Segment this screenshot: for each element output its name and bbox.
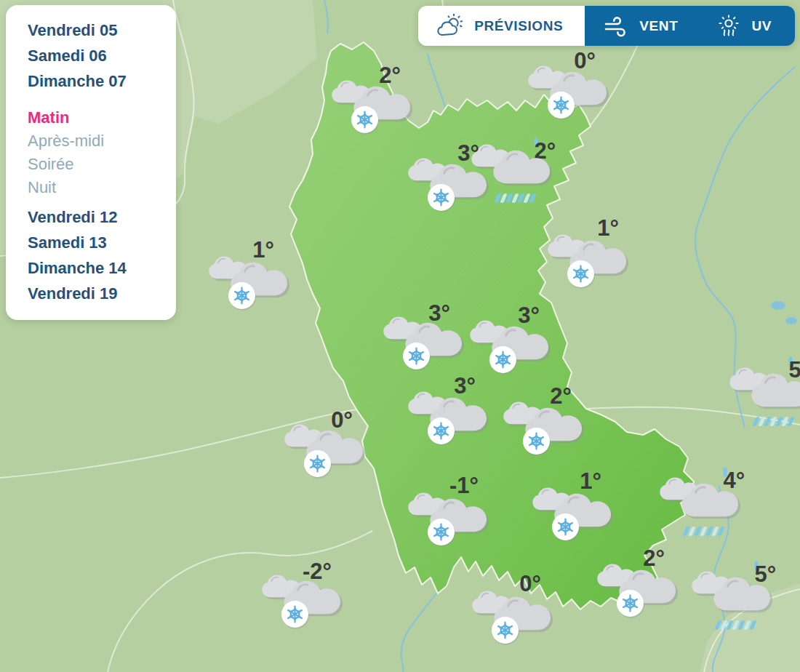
weather-icon [528,481,615,550]
wind-icon [604,15,630,37]
large-cloud-icon [492,596,553,635]
snowflake-icon [567,260,594,287]
weather-app: 2° 2° [0,0,800,672]
weather-icon [404,385,491,454]
large-cloud-icon [428,396,489,436]
sleet-icon [716,620,755,630]
snowflake-icon [552,513,579,540]
snowflake-icon [304,450,331,477]
large-cloud-icon [281,580,343,619]
small-cloud-icon [502,401,543,428]
snowflake-icon [548,92,575,119]
snowflake-icon [492,617,519,644]
temperature-label: 1° [252,237,274,263]
weather-icon [499,395,586,464]
temperature-label: 2° [643,545,665,572]
small-cloud-icon [728,367,769,393]
large-cloud-icon [552,492,613,532]
small-cloud-icon [260,574,302,601]
small-cloud-icon [468,319,510,346]
temperature-label: 4° [724,468,727,477]
weather-icon [204,249,292,319]
sidebar-item-vendredi-12[interactable]: Vendredi 12 [28,208,176,227]
sleet-icon [754,417,793,426]
snowflake-icon [228,282,255,309]
large-cloud-icon [491,149,552,188]
tab-vent[interactable]: VENT [585,6,697,46]
weather-icon [257,568,345,637]
sidebar-item-vendredi-19[interactable]: Vendredi 19 [28,284,176,303]
small-cloud-icon [407,492,448,519]
sidebar-item-samedi-06[interactable]: Samedi 06 [28,47,176,65]
forecast-mode-tabs: PRÉVISIONS VENT UV [418,6,795,46]
temperature-label: 3° [454,373,476,399]
temperature-label: 0° [574,48,596,74]
large-cloud-icon [711,576,772,615]
temperature-label: 2° [535,138,538,148]
weather-icon [327,73,415,143]
sidebar-item-samedi-13[interactable]: Samedi 13 [28,233,176,252]
forecast-day-selector: Vendredi 05 Samedi 06 Dimanche 07 Matin … [6,5,176,320]
tab-previsions-label: PRÉVISIONS [474,18,563,34]
sidebar-item-soiree[interactable]: Soirée [28,155,176,174]
snowflake-icon [351,106,378,133]
temperature-label: 5° [755,561,759,571]
sidebar-item-matin[interactable]: Matin [28,108,176,127]
sleet-icon [496,193,535,203]
sidebar-item-dimanche-14[interactable]: Dimanche 14 [28,259,176,278]
temperature-label: -1° [449,473,479,499]
temperature-label: 2° [550,383,572,409]
small-cloud-icon [596,563,637,590]
weather-icon [404,486,491,555]
small-cloud-icon [471,590,512,617]
snowflake-icon [523,428,550,455]
large-cloud-icon [304,429,365,468]
small-cloud-icon [690,570,732,597]
small-cloud-icon [546,233,588,260]
weather-icon [687,564,775,633]
temperature-label: 1° [580,468,601,495]
temperature-label: 3° [457,140,479,167]
weather-icon [468,584,555,653]
temperature-label: 0° [331,407,353,433]
sidebar-item-dimanche-07[interactable]: Dimanche 07 [28,72,176,91]
weather-icon [655,471,743,540]
large-cloud-icon [548,71,609,110]
weather-icon [280,417,367,487]
large-cloud-icon [351,85,412,124]
weather-icon [593,557,680,626]
small-cloud-icon [407,157,448,184]
tab-previsions[interactable]: PRÉVISIONS [418,6,585,46]
tab-uv-label: UV [751,18,772,34]
sleet-icon [684,527,723,536]
snowflake-icon [428,417,455,444]
weather-icon [725,361,800,430]
snowflake-icon [281,601,308,628]
large-cloud-icon [567,239,628,279]
sidebar-item-vendredi-05[interactable]: Vendredi 05 [28,21,176,40]
tab-vent-label: VENT [639,18,678,34]
temperature-label: 2° [379,63,401,89]
large-cloud-icon [228,261,289,300]
weather-icon [404,151,491,220]
weather-icon [524,59,611,128]
temperature-label: 3° [428,300,450,327]
large-cloud-icon [617,569,678,608]
small-cloud-icon [382,316,423,343]
snowflake-icon [403,343,430,369]
temperature-label: 5° [789,357,793,367]
uv-icon [716,15,742,38]
small-cloud-icon [527,65,568,92]
small-cloud-icon [330,79,372,106]
small-cloud-icon [531,487,572,513]
small-cloud-icon [207,255,249,282]
sidebar-item-apres-midi[interactable]: Après-midi [28,132,176,151]
weather-icon [543,228,631,297]
temperature-label: 0° [519,571,541,597]
small-cloud-icon [407,391,448,417]
small-cloud-icon [283,423,324,450]
large-cloud-icon [489,325,551,364]
snowflake-icon [489,346,516,373]
tab-uv[interactable]: UV [697,6,795,46]
sidebar-item-nuit[interactable]: Nuit [28,178,176,197]
